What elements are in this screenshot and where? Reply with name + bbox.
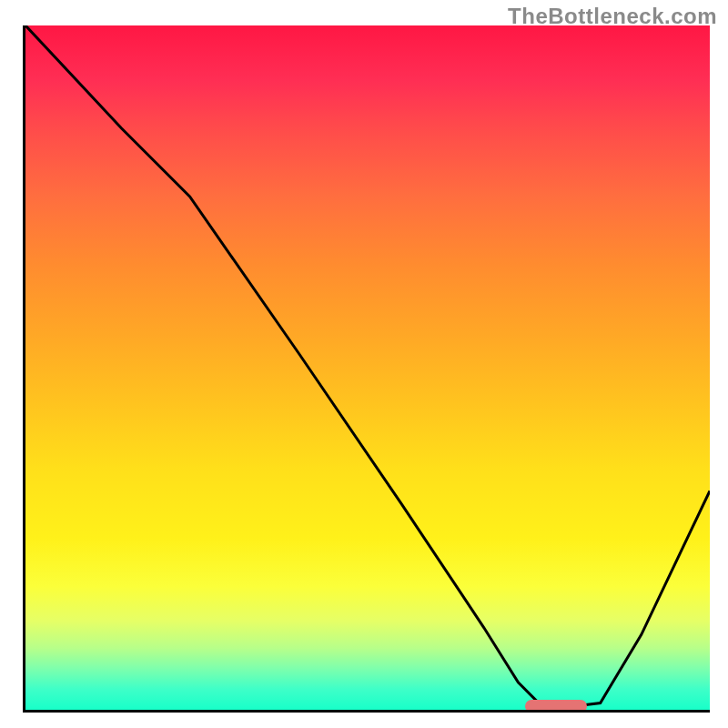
- bottleneck-curve: [25, 25, 710, 710]
- optimal-range-marker: [525, 700, 587, 713]
- plot-area: [23, 25, 710, 713]
- curve-path: [25, 25, 710, 706]
- watermark-text: TheBottleneck.com: [508, 4, 717, 29]
- chart-container: TheBottleneck.com: [0, 0, 728, 728]
